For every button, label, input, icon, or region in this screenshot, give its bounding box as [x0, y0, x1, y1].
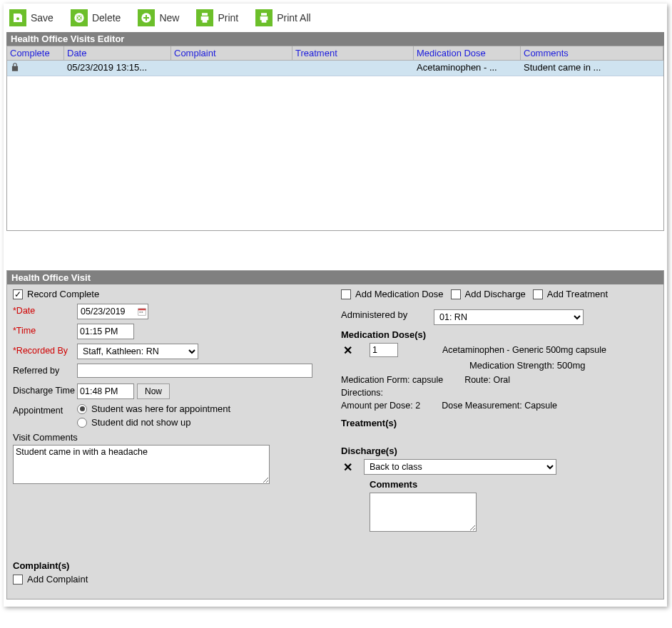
- new-label: New: [159, 12, 179, 24]
- svg-rect-4: [138, 309, 146, 310]
- svg-rect-6: [141, 312, 143, 313]
- appointment-here-label: Student was here for appointment: [91, 403, 230, 414]
- now-button[interactable]: Now: [137, 384, 170, 399]
- add-med-dose-label: Add Medication Dose: [355, 289, 444, 299]
- visit-comments-textarea[interactable]: [13, 445, 270, 484]
- label-recorded-by: *Recorded By: [13, 344, 77, 356]
- label-appointment: Appointment: [13, 403, 77, 416]
- referred-by-input[interactable]: [77, 364, 312, 378]
- form-right-column: Add Medication Dose Add Discharge Add Tr…: [341, 289, 658, 589]
- remove-discharge-icon[interactable]: ✕: [341, 460, 354, 474]
- amount-per-dose: Amount per Dose: 2: [341, 401, 420, 411]
- record-complete-checkbox[interactable]: [13, 289, 23, 299]
- medication-route: Route: Oral: [464, 375, 510, 385]
- discharge-comments-textarea[interactable]: [370, 493, 477, 532]
- cell-comments: Student came in ...: [521, 61, 663, 76]
- administered-by-select[interactable]: 01: RN: [434, 309, 584, 325]
- col-header-treatment[interactable]: Treatment: [292, 46, 414, 60]
- delete-label: Delete: [92, 12, 121, 24]
- treatments-heading: Treatment(s): [341, 418, 658, 428]
- col-header-complaint[interactable]: Complaint: [171, 46, 292, 60]
- label-visit-comments: Visit Comments: [13, 432, 327, 443]
- add-treatment-label: Add Treatment: [547, 289, 608, 299]
- print-all-button[interactable]: Print All: [255, 9, 310, 26]
- editor-title: Health Office Visits Editor: [6, 32, 664, 46]
- col-header-medication[interactable]: Medication Dose: [414, 46, 521, 60]
- print-label: Print: [218, 12, 238, 24]
- add-complaint-checkbox[interactable]: [13, 575, 23, 585]
- new-button[interactable]: New: [138, 9, 179, 26]
- lock-icon: [10, 62, 20, 72]
- cell-complete: [7, 61, 64, 76]
- print-all-icon: [255, 9, 273, 26]
- col-header-complete[interactable]: Complete: [7, 46, 64, 60]
- dose-qty-input[interactable]: [370, 343, 398, 357]
- visits-grid: Complete Date Complaint Treatment Medica…: [6, 46, 664, 231]
- delete-button[interactable]: Delete: [71, 9, 121, 26]
- medication-directions: Directions:: [341, 388, 383, 398]
- add-treatment-checkbox[interactable]: [533, 289, 543, 299]
- recorded-by-select[interactable]: Staff, Kathleen: RN: [77, 344, 198, 359]
- med-doses-heading: Medication Dose(s): [341, 329, 658, 340]
- add-discharge-label: Add Discharge: [465, 289, 526, 299]
- label-date: *Date: [13, 304, 77, 316]
- delete-icon: [71, 9, 88, 26]
- complaints-heading: Complaint(s): [13, 560, 327, 571]
- medication-strength: Medication Strength: 500mg: [469, 360, 658, 371]
- record-complete-label: Record Complete: [27, 289, 99, 299]
- discharge-time-input[interactable]: [77, 384, 134, 399]
- cell-complaint: [171, 61, 292, 76]
- label-time: *Time: [13, 324, 77, 336]
- date-input[interactable]: [78, 305, 136, 318]
- cell-treatment: [292, 61, 414, 76]
- cell-date: 05/23/2019 13:15...: [64, 61, 171, 76]
- visit-form-panel: Health Office Visit Record Complete *Dat…: [6, 270, 664, 599]
- grid-header-row: Complete Date Complaint Treatment Medica…: [7, 46, 663, 61]
- print-all-label: Print All: [277, 12, 310, 24]
- appointment-radio-noshow[interactable]: [77, 418, 87, 428]
- toolbar-strip: Save Delete New Print Print All: [6, 6, 664, 32]
- add-med-dose-checkbox[interactable]: [341, 289, 351, 299]
- time-input[interactable]: [77, 324, 134, 339]
- dose-measurement: Dose Measurement: Capsule: [442, 401, 557, 411]
- appointment-noshow-label: Student did not show up: [91, 417, 191, 428]
- col-header-comments[interactable]: Comments: [521, 46, 663, 60]
- col-header-date[interactable]: Date: [64, 46, 171, 60]
- save-icon: [9, 9, 26, 26]
- add-complaint-label: Add Complaint: [27, 574, 88, 585]
- discharge-select[interactable]: Back to class: [364, 459, 556, 475]
- print-button[interactable]: Print: [196, 9, 238, 26]
- appointment-radio-here[interactable]: [77, 404, 87, 414]
- form-left-column: Record Complete *Date *Time *Recorded By: [13, 289, 327, 589]
- discharge-comments-label: Comments: [370, 479, 658, 490]
- svg-rect-5: [140, 312, 141, 313]
- cell-medication: Acetaminophen - ...: [414, 61, 521, 76]
- add-discharge-checkbox[interactable]: [451, 289, 461, 299]
- remove-dose-icon[interactable]: ✕: [341, 344, 354, 357]
- label-referred-by: Referred by: [13, 364, 77, 376]
- date-field-wrapper: [77, 304, 148, 319]
- print-icon: [196, 9, 213, 26]
- calendar-icon[interactable]: [137, 307, 147, 316]
- medication-form: Medication Form: capsule: [341, 375, 443, 385]
- label-discharge-time: Discharge Time: [13, 384, 77, 396]
- new-icon: [138, 9, 155, 26]
- save-button[interactable]: Save: [9, 9, 54, 26]
- grid-row[interactable]: 05/23/2019 13:15... Acetaminophen - ... …: [7, 61, 663, 76]
- form-title: Health Office Visit: [7, 271, 663, 284]
- medication-name: Acetaminophen - Generic 500mg capsule: [442, 345, 606, 355]
- label-administered-by: Administered by: [341, 309, 434, 320]
- discharges-heading: Discharge(s): [341, 446, 658, 456]
- save-label: Save: [31, 12, 54, 24]
